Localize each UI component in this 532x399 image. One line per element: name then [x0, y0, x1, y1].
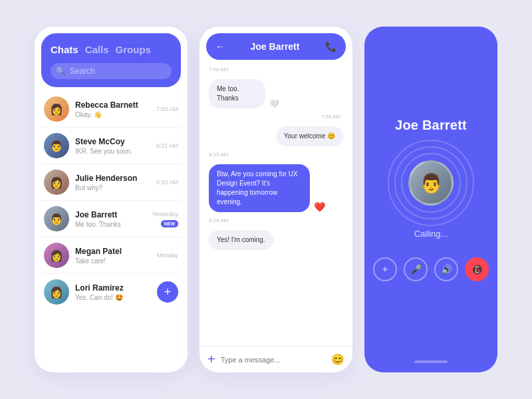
list-item[interactable]: 👩 Rebecca Barnett Okay. 👋 7:50 AM: [41, 91, 181, 128]
avatar: 👨: [44, 133, 69, 158]
msg-time-label: 8:16 AM: [209, 217, 228, 225]
search-icon: 🔍: [56, 66, 66, 76]
add-attachment-button[interactable]: +: [207, 352, 215, 367]
call-panel: Joe Barrett 👨 Calling... ＋ 🎤 🔊 📵: [364, 27, 497, 372]
chat-time: 6:21 AM: [156, 142, 178, 149]
chat-info: Rebecca Barnett Okay. 👋: [75, 100, 150, 118]
new-badge: NEW: [161, 220, 178, 227]
chat-name: Steve McCoy: [75, 137, 150, 146]
message-item: Btw, Are you coming for UX Design Event?…: [209, 164, 343, 212]
avatar: 👩: [44, 96, 69, 122]
compose-button[interactable]: +: [157, 281, 178, 303]
chat-preview: IKR. See you soon.: [75, 148, 150, 155]
messages-area: 7:50 AM Me too. Thanks 🤍 7:50 AM Your we…: [200, 60, 352, 346]
chat-info: Joe Barrett Me too. Thanks: [75, 210, 146, 228]
message-bubble: Me too. Thanks: [209, 79, 265, 108]
chat-window-panel: ← Joe Barrett 📞 7:50 AM Me too. Thanks 🤍…: [200, 27, 352, 372]
swipe-bar: [414, 360, 448, 363]
list-item[interactable]: 👩 Megan Patel Take care! Monday: [41, 237, 181, 274]
chat-name: Megan Patel: [75, 247, 151, 256]
chat-contact-name: Joe Barrett: [251, 41, 300, 52]
message-input[interactable]: [221, 356, 326, 364]
speaker-button[interactable]: 🔊: [434, 257, 458, 281]
chat-name: Julie Henderson: [75, 174, 150, 183]
chat-name: Lori Ramirez: [75, 283, 151, 293]
back-button[interactable]: ←: [215, 41, 225, 52]
message-bubble: Your welcome 😊: [276, 126, 343, 146]
msg-time-label: 7:50 AM: [209, 66, 228, 74]
chat-name: Joe Barrett: [75, 210, 146, 219]
tab-calls[interactable]: Calls: [85, 44, 109, 55]
message-bubble: Btw, Are you coming for UX Design Event?…: [209, 164, 310, 212]
tab-groups[interactable]: Groups: [116, 44, 151, 55]
chat-preview: Okay. 👋: [75, 111, 150, 118]
chat-info: Lori Ramirez Yes. Can do! 🤩: [75, 283, 151, 301]
avatar: 👨: [44, 206, 69, 231]
msg-time-label: 7:50 AM: [321, 114, 340, 121]
chat-time: Yesterday: [152, 211, 178, 217]
chat-meta: 7:50 AM: [156, 106, 178, 112]
message-item: Me too. Thanks 🤍: [209, 79, 285, 108]
avatar: 👩: [44, 170, 69, 195]
chat-preview: Yes. Can do! 🤩: [75, 294, 151, 301]
mute-button[interactable]: 🎤: [404, 257, 428, 281]
add-call-button[interactable]: ＋: [373, 257, 397, 281]
call-avatar-wrap: 👨: [401, 153, 461, 213]
chat-list-panel: Chats Calls Groups 🔍 👩 Rebecca Barnett O…: [35, 27, 188, 372]
end-call-button[interactable]: 📵: [465, 257, 489, 281]
chat-meta: Monday: [157, 252, 178, 259]
chat-meta: Yesterday NEW: [152, 211, 178, 227]
avatar-emoji: 👨: [420, 172, 443, 194]
avatar: 👩: [44, 279, 69, 305]
list-item[interactable]: 👩 Lori Ramirez Yes. Can do! 🤩 +: [41, 274, 181, 310]
list-item[interactable]: 👨 Steve McCoy IKR. See you soon. 6:21 AM: [41, 128, 181, 164]
heart-icon[interactable]: ❤️: [314, 201, 325, 212]
message-bubble: Yes! I'm coming.: [209, 230, 273, 250]
chat-name: Rebecca Barnett: [75, 100, 150, 110]
chat-list: 👩 Rebecca Barnett Okay. 👋 7:50 AM 👨 Stev…: [35, 87, 188, 372]
call-status: Calling...: [414, 229, 448, 239]
search-input[interactable]: [70, 66, 166, 76]
chat-info: Megan Patel Take care!: [75, 247, 151, 265]
search-bar[interactable]: 🔍: [51, 63, 172, 79]
chat-topbar: ← Joe Barrett 📞: [206, 33, 346, 60]
chat-meta: 5:10 AM: [156, 179, 178, 186]
call-actions: ＋ 🎤 🔊 📵: [373, 257, 489, 281]
chat-time: Monday: [157, 252, 178, 259]
list-item[interactable]: 👩 Julie Henderson But why? 5:10 AM: [41, 164, 181, 201]
tab-chats[interactable]: Chats: [51, 44, 78, 55]
heart-outline-icon[interactable]: 🤍: [269, 99, 279, 108]
call-avatar: 👨: [408, 160, 454, 205]
list-item[interactable]: 👨 Joe Barrett Me too. Thanks Yesterday N…: [41, 201, 181, 237]
avatar: 👩: [44, 243, 69, 268]
emoji-button[interactable]: 😊: [331, 353, 344, 366]
chat-time: 7:50 AM: [156, 106, 178, 112]
call-contact-name: Joe Barrett: [395, 118, 467, 133]
chat-preview: Take care!: [75, 257, 151, 265]
chat-meta: +: [157, 281, 178, 303]
chats-tabs: Chats Calls Groups: [51, 44, 172, 55]
call-button[interactable]: 📞: [325, 41, 336, 52]
chat-info: Steve McCoy IKR. See you soon.: [75, 137, 150, 155]
chat-input-bar: + 😊: [200, 346, 352, 372]
chat-time: 5:10 AM: [156, 179, 178, 186]
chat-preview: But why?: [75, 184, 150, 192]
chat-info: Julie Henderson But why?: [75, 174, 150, 192]
msg-time-label: 8:15 AM: [209, 152, 228, 159]
chat-preview: Me too. Thanks: [75, 221, 146, 228]
chat-meta: 6:21 AM: [156, 142, 178, 149]
chats-header: Chats Calls Groups 🔍: [41, 33, 181, 87]
